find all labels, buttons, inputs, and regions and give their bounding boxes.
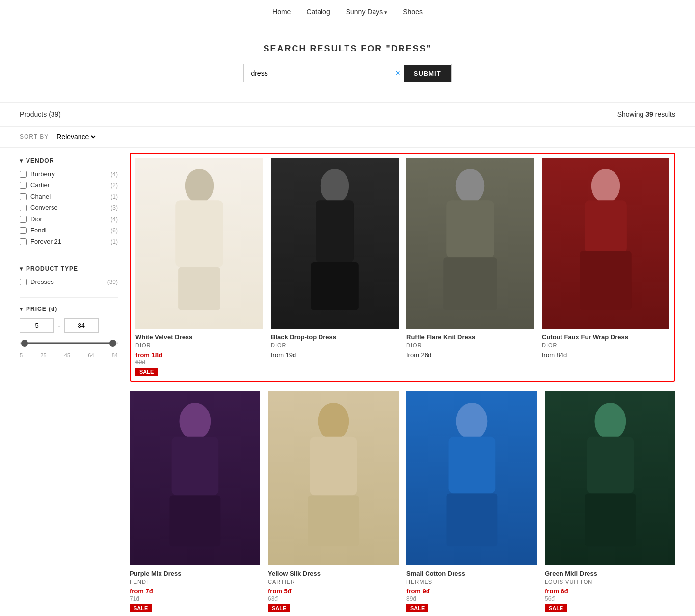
vendor-chanel-checkbox[interactable]: [20, 193, 27, 200]
nav-sunny-days[interactable]: Sunny Days: [346, 8, 388, 16]
svg-point-3: [321, 169, 349, 203]
main-layout: ▾ VENDOR Burberry (4) Cartier (2) Chanel…: [0, 148, 695, 612]
product-purple-mix-dress[interactable]: Purple Mix Dress FENDI from 7đ 71đ SALE: [130, 391, 260, 613]
sale-badge: SALE: [135, 368, 158, 376]
vendor-dior-checkbox[interactable]: [20, 216, 27, 223]
product-name: Cutout Faux Fur Wrap Dress: [542, 334, 669, 341]
main-nav: Home Catalog Sunny Days Shoes: [0, 0, 695, 24]
vendor-burberry-checkbox[interactable]: [20, 171, 27, 178]
product-image: [406, 391, 537, 565]
svg-rect-4: [316, 201, 354, 263]
svg-point-12: [179, 403, 211, 440]
svg-point-6: [456, 169, 484, 203]
sale-badge: SALE: [545, 604, 567, 612]
price-arrow-icon: ▾: [20, 306, 23, 312]
product-name: White Velvet Dress: [135, 334, 263, 341]
price-slider-fill: [25, 343, 113, 344]
product-cutout-faux-fur-wrap-dress[interactable]: Cutout Faux Fur Wrap Dress DIOR from 84đ: [542, 158, 669, 376]
vendor-filter-title: ▾ VENDOR: [20, 157, 118, 164]
submit-search-button[interactable]: SUBMIT: [404, 65, 451, 82]
price-slider-min-handle[interactable]: [21, 340, 28, 347]
vendor-burberry: Burberry (4): [20, 170, 118, 178]
search-title: SEARCH RESULTS FOR "DRESS": [0, 44, 695, 54]
svg-point-18: [456, 403, 487, 440]
price-filter-title: ▾ PRICE (đ): [20, 306, 118, 312]
svg-point-0: [185, 169, 214, 203]
product-white-velvet-dress[interactable]: White Velvet Dress DIOR from 18đ 60đ SAL…: [135, 158, 263, 376]
price-slider[interactable]: [20, 338, 118, 348]
product-green-midi-dress[interactable]: Green Midi Dress LOUIS VUITTON from 6đ 5…: [545, 391, 675, 613]
product-yellow-silk-dress[interactable]: Yellow Silk Dress CARTIER from 5đ 63đ SA…: [268, 391, 399, 613]
vendor-chanel: Chanel (1): [20, 193, 118, 200]
product-small-cotton-dress[interactable]: Small Cotton Dress HERMES from 9đ 89đ SA…: [406, 391, 537, 613]
nav-shoes[interactable]: Shoes: [403, 8, 423, 16]
sale-badge: SALE: [406, 604, 428, 612]
price-min-input[interactable]: [20, 318, 54, 333]
svg-point-15: [318, 403, 349, 440]
vendor-dior: Dior (4): [20, 215, 118, 223]
product-type-title: ▾ PRODUCT TYPE: [20, 265, 118, 272]
svg-rect-2: [178, 267, 220, 310]
results-bar: Products (39) Showing 39 results: [0, 102, 695, 127]
product-black-droptop-dress[interactable]: Black Drop-top Dress DIOR from 19đ: [271, 158, 399, 376]
vendor-fendi: Fendi (6): [20, 227, 118, 234]
product-vendor: LOUIS VUITTON: [545, 579, 675, 585]
dress-silhouette-icon: [148, 167, 250, 320]
nav-home[interactable]: Home: [272, 8, 291, 16]
price-max-input[interactable]: [64, 318, 99, 333]
product-vendor: DIOR: [542, 342, 669, 348]
product-image: [542, 158, 669, 329]
price-slider-max-handle[interactable]: [109, 340, 116, 347]
price-inputs: -: [20, 318, 118, 333]
products-count: Products (39): [20, 110, 61, 118]
svg-rect-8: [443, 258, 497, 310]
filter-divider-1: [20, 257, 118, 257]
sort-select[interactable]: Relevance: [54, 132, 97, 141]
vendor-converse-checkbox[interactable]: [20, 205, 27, 211]
nav-catalog[interactable]: Catalog: [306, 8, 330, 16]
dress-silhouette-icon: [555, 167, 657, 320]
vendor-fendi-checkbox[interactable]: [20, 227, 27, 234]
product-image: [130, 391, 260, 565]
vendor-arrow-icon: ▾: [20, 157, 23, 164]
product-image: [545, 391, 675, 565]
search-bar: × SUBMIT: [243, 64, 451, 82]
product-price: from 6đ 56đ: [545, 588, 675, 602]
products-area: White Velvet Dress DIOR from 18đ 60đ SAL…: [130, 148, 675, 612]
svg-rect-14: [169, 496, 220, 547]
svg-rect-13: [171, 437, 218, 496]
product-vendor: DIOR: [406, 342, 534, 348]
svg-rect-22: [587, 437, 634, 494]
product-price: from 9đ 89đ: [406, 588, 537, 602]
product-image: [271, 158, 399, 329]
product-vendor: FENDI: [130, 579, 260, 585]
product-vendor: DIOR: [135, 342, 263, 348]
type-dresses-checkbox[interactable]: [20, 279, 27, 285]
price-range-separator: -: [58, 322, 60, 330]
vendor-forever21-checkbox[interactable]: [20, 238, 27, 245]
vendor-cartier-checkbox[interactable]: [20, 182, 27, 189]
product-price: from 7đ 71đ: [130, 588, 260, 602]
search-input[interactable]: [244, 64, 391, 82]
dress-silhouette-icon: [284, 167, 386, 320]
product-vendor: DIOR: [271, 342, 399, 348]
product-name: Small Cotton Dress: [406, 570, 537, 577]
product-name: Black Drop-top Dress: [271, 334, 399, 341]
svg-rect-17: [308, 496, 359, 547]
product-image: [406, 158, 534, 329]
svg-point-9: [591, 169, 620, 203]
product-image: [268, 391, 399, 565]
sort-label: SORT BY: [20, 133, 49, 140]
dress-silhouette-icon: [558, 400, 663, 556]
search-header: SEARCH RESULTS FOR "DRESS" × SUBMIT: [0, 24, 695, 92]
clear-search-button[interactable]: ×: [391, 69, 403, 77]
svg-rect-11: [580, 251, 631, 310]
highlighted-products-grid: White Velvet Dress DIOR from 18đ 60đ SAL…: [135, 158, 669, 376]
product-type-dresses: Dresses (39): [20, 278, 118, 285]
product-ruffle-flare-knit-dress[interactable]: Ruffle Flare Knit Dress DIOR from 26đ: [406, 158, 534, 376]
sale-badge: SALE: [268, 604, 290, 612]
sale-badge: SALE: [130, 604, 152, 612]
product-name: Green Midi Dress: [545, 570, 675, 577]
results-count: 39: [645, 110, 653, 118]
highlighted-products-section: White Velvet Dress DIOR from 18đ 60đ SAL…: [130, 153, 675, 382]
